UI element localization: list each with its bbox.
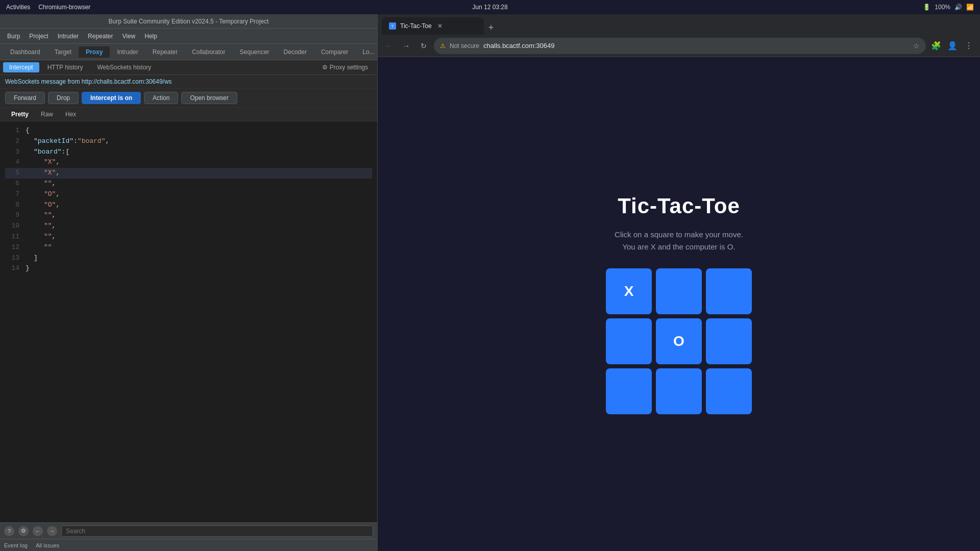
menu-project[interactable]: Project	[25, 32, 52, 41]
gear-icon: ⚙	[322, 64, 328, 71]
game-subtitle: Click on a square to make your move. You…	[615, 229, 743, 253]
bookmark-icon[interactable]: ☆	[913, 42, 920, 50]
new-tab-button[interactable]: +	[484, 20, 498, 35]
tictactoe-board: X O	[606, 268, 752, 414]
json-line-8: 8 "O",	[5, 200, 372, 211]
activities-label[interactable]: Activities	[6, 4, 30, 11]
tab-sequencer[interactable]: Sequencer	[233, 46, 277, 58]
code-tab-pretty[interactable]: Pretty	[5, 110, 35, 119]
ws-message-text: WebSockets message from http://challs.bc…	[5, 78, 172, 85]
address-box[interactable]: ⚠ Not secure challs.bcactf.com:30649 ☆	[434, 38, 926, 54]
ttt-cell-7[interactable]	[656, 368, 702, 414]
json-line-2: 2 "packetId":"board",	[5, 136, 372, 147]
burp-bottom-bar: ? ⚙ ← →	[0, 522, 377, 539]
ttt-cell-5[interactable]	[706, 318, 752, 364]
chrome-tab-title: Tic-Tac-Toe	[400, 22, 432, 30]
ttt-cell-3[interactable]	[606, 318, 652, 364]
json-line-12: 12 ""	[5, 242, 372, 253]
json-line-5: 5 "X",	[5, 168, 372, 179]
tab-favicon: T	[389, 22, 396, 30]
ttt-cell-0[interactable]: X	[606, 268, 652, 314]
code-view-tabs: Pretty Raw Hex	[0, 108, 377, 121]
chrome-forward-button[interactable]: →	[399, 39, 413, 53]
proxy-tab-websockets-history[interactable]: WebSockets history	[91, 62, 158, 72]
code-tab-hex[interactable]: Hex	[59, 110, 82, 119]
intercept-on-button[interactable]: Intercept is on	[82, 92, 141, 104]
menu-repeater[interactable]: Repeater	[84, 32, 117, 41]
proxy-tab-http-history[interactable]: HTTP history	[41, 62, 89, 72]
menu-view[interactable]: View	[118, 32, 139, 41]
network-icon: 📶	[966, 4, 974, 11]
tab-intruder[interactable]: Intruder	[110, 46, 145, 58]
game-title: Tic-Tac-Toe	[618, 194, 740, 218]
chrome-back-button[interactable]: ←	[382, 39, 396, 53]
chrome-address-bar: ← → ↻ ⚠ Not secure challs.bcactf.com:306…	[378, 35, 980, 57]
json-line-13: 13 ]	[5, 253, 372, 264]
drop-button[interactable]: Drop	[48, 92, 79, 104]
forward-button[interactable]: Forward	[5, 92, 45, 104]
action-buttons: Forward Drop Intercept is on Action Open…	[0, 89, 377, 108]
chrome-content: Tic-Tac-Toe Click on a square to make yo…	[378, 57, 980, 551]
tab-dashboard[interactable]: Dashboard	[3, 46, 47, 58]
json-line-11: 11 "",	[5, 232, 372, 242]
datetime-label: Jun 12 03:28	[472, 4, 507, 11]
menu-intruder[interactable]: Intruder	[54, 32, 83, 41]
settings-button[interactable]: ⚙	[18, 526, 29, 536]
extensions-button[interactable]: 🧩	[929, 39, 943, 53]
game-subtitle-line2: You are X and the computer is O.	[615, 241, 743, 253]
ttt-cell-2[interactable]	[706, 268, 752, 314]
tictactoe-container: Tic-Tac-Toe Click on a square to make yo…	[606, 194, 752, 414]
json-line-9: 9 "",	[5, 210, 372, 221]
burp-main-tabs: Dashboard Target Proxy Intruder Repeater…	[0, 44, 377, 60]
ttt-cell-8[interactable]	[706, 368, 752, 414]
event-log-label[interactable]: Event log	[4, 542, 28, 548]
proxy-settings-label: Proxy settings	[330, 64, 368, 71]
nav-back-button[interactable]: ←	[33, 526, 43, 536]
ws-info-bar: WebSockets message from http://challs.bc…	[0, 75, 377, 89]
tab-close-button[interactable]: ✕	[436, 22, 444, 30]
burp-title-bar: Burp Suite Community Edition v2024.5 - T…	[0, 14, 377, 29]
action-button[interactable]: Action	[144, 92, 178, 104]
chrome-reload-button[interactable]: ↻	[416, 39, 431, 53]
json-editor[interactable]: 1 { 2 "packetId":"board", 3 "board":[ 4 …	[0, 121, 377, 522]
search-input[interactable]	[61, 525, 373, 537]
json-line-1: 1 {	[5, 126, 372, 136]
burp-title: Burp Suite Community Edition v2024.5 - T…	[109, 18, 269, 25]
menu-burp[interactable]: Burp	[3, 32, 24, 41]
nav-forward-button[interactable]: →	[47, 526, 57, 536]
system-bar: Activities Chromium-browser Jun 12 03:28…	[0, 0, 980, 14]
tab-proxy[interactable]: Proxy	[79, 46, 110, 58]
all-issues-label[interactable]: All issues	[36, 542, 59, 548]
proxy-tab-settings[interactable]: ⚙ Proxy settings	[316, 62, 374, 72]
json-line-14: 14 }	[5, 263, 372, 274]
burp-menu-bar: Burp Project Intruder Repeater View Help	[0, 29, 377, 44]
chrome-tab-tictactoe[interactable]: T Tic-Tac-Toe ✕	[382, 17, 484, 35]
tab-collaborator[interactable]: Collaborator	[185, 46, 232, 58]
tab-repeater[interactable]: Repeater	[145, 46, 185, 58]
help-button[interactable]: ?	[4, 526, 14, 536]
battery-icon: 🔋	[923, 4, 930, 11]
open-browser-button[interactable]: Open browser	[181, 92, 237, 104]
chrome-tab-bar: T Tic-Tac-Toe ✕ +	[378, 14, 980, 35]
ttt-cell-1[interactable]	[656, 268, 702, 314]
menu-help[interactable]: Help	[140, 32, 161, 41]
address-text: challs.bcactf.com:30649	[483, 42, 909, 49]
json-line-7: 7 "O",	[5, 189, 372, 200]
security-label: Not secure	[450, 42, 479, 49]
game-subtitle-line1: Click on a square to make your move.	[615, 229, 743, 241]
json-line-3: 3 "board":[	[5, 147, 372, 158]
profile-button[interactable]: 👤	[945, 39, 960, 53]
ttt-cell-6[interactable]	[606, 368, 652, 414]
volume-icon: 🔊	[954, 4, 962, 11]
chrome-menu-button[interactable]: ⋮	[962, 39, 976, 53]
ttt-cell-4[interactable]: O	[656, 318, 702, 364]
tab-decoder[interactable]: Decoder	[277, 46, 314, 58]
json-line-10: 10 "",	[5, 221, 372, 232]
proxy-sub-tabs: Intercept HTTP history WebSockets histor…	[0, 60, 377, 75]
tab-comparer[interactable]: Comparer	[314, 46, 355, 58]
proxy-tab-intercept[interactable]: Intercept	[3, 62, 39, 72]
security-icon: ⚠	[440, 42, 446, 49]
tab-target[interactable]: Target	[47, 46, 79, 58]
json-line-4: 4 "X",	[5, 157, 372, 168]
code-tab-raw[interactable]: Raw	[35, 110, 59, 119]
